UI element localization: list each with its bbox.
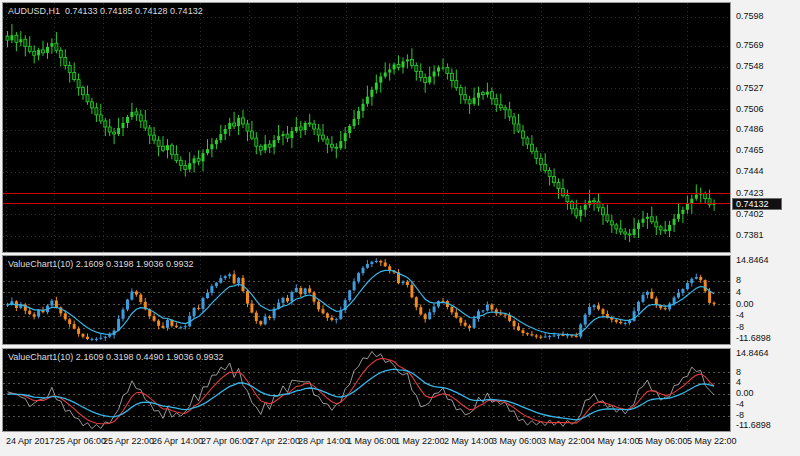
indicator2-axis-label: 0.00: [736, 389, 754, 398]
time-axis-label: 3 May 06:00: [492, 437, 542, 446]
price-axis-label: 0.7402: [736, 210, 764, 219]
time-axis-label: 5 May 06:00: [638, 437, 688, 446]
indicator2-axis-label: 14.8464: [736, 349, 769, 358]
chart-window: AUDUSD,H1 0.74133 0.74185 0.74128 0.7413…: [0, 0, 800, 456]
price-axis[interactable]: 0.75980.75690.75480.75270.75060.74860.74…: [731, 0, 800, 432]
price-chart-canvas[interactable]: [3, 3, 730, 252]
indicator1-axis-label: 8: [736, 276, 741, 285]
indicator1-canvas[interactable]: [3, 256, 730, 344]
bid-price-box: 0.74132: [732, 198, 782, 210]
price-axis-label: 0.7527: [736, 84, 764, 93]
price-axis-label: 0.7506: [736, 105, 764, 114]
indicator2-panel[interactable]: ValueChart1(10) 2.1609 0.3198 0.4490 1.9…: [2, 348, 731, 432]
time-axis-label: 2 May 14:00: [444, 437, 494, 446]
time-axis-label: 24 Apr 2017: [6, 437, 55, 446]
time-axis-label: 26 Apr 14:00: [152, 437, 203, 446]
indicator2-axis-label: -8: [736, 411, 744, 420]
indicator1-axis-label: -4: [736, 311, 744, 320]
indicator2-label: ValueChart1(10) 2.1609 0.3198 0.4490 1.9…: [8, 352, 224, 362]
indicator2-axis-label: 8: [736, 368, 741, 377]
indicator1-axis-label: 4: [736, 288, 741, 297]
time-axis-label: 1 May 06:00: [347, 437, 397, 446]
time-axis-label: 27 Apr 06:00: [201, 437, 252, 446]
indicator1-axis-label: 14.8464: [736, 256, 769, 265]
indicator1-label: ValueChart1(10) 2.1609 0.3198 1.9036 0.9…: [8, 259, 193, 269]
price-axis-label: 0.7444: [736, 167, 764, 176]
time-axis-label: 25 Apr 06:00: [55, 437, 106, 446]
indicator1-panel[interactable]: ValueChart1(10) 2.1609 0.3198 1.9036 0.9…: [2, 255, 731, 345]
price-axis-label: 0.7465: [736, 146, 764, 155]
symbol-ohlc-label: AUDUSD,H1 0.74133 0.74185 0.74128 0.7413…: [8, 6, 203, 16]
time-axis-label: 25 Apr 22:00: [103, 437, 154, 446]
price-axis-label: 0.7381: [736, 231, 764, 240]
price-axis-label: 0.7423: [736, 189, 764, 198]
indicator2-axis-label: 4: [736, 378, 741, 387]
main-chart-panel[interactable]: AUDUSD,H1 0.74133 0.74185 0.74128 0.7413…: [2, 2, 731, 253]
price-axis-label: 0.7486: [736, 125, 764, 134]
time-axis-label: 27 Apr 22:00: [249, 437, 300, 446]
time-axis[interactable]: 24 Apr 201725 Apr 06:0025 Apr 22:0026 Ap…: [0, 432, 800, 456]
indicator2-axis-label: -4: [736, 400, 744, 409]
time-axis-label: 3 May 22:00: [541, 437, 591, 446]
indicator1-axis-label: -11.6898: [736, 334, 771, 343]
time-axis-label: 5 May 22:00: [687, 437, 737, 446]
time-axis-label: 1 May 22:00: [395, 437, 445, 446]
price-axis-label: 0.7548: [736, 62, 764, 71]
indicator1-axis-label: -8: [736, 323, 744, 332]
indicator1-axis-label: 0.00: [736, 300, 754, 309]
time-axis-label: 28 Apr 14:00: [298, 437, 349, 446]
price-axis-label: 0.7598: [736, 12, 764, 21]
time-axis-label: 4 May 14:00: [590, 437, 640, 446]
indicator2-axis-label: -11.6898: [736, 421, 771, 430]
price-axis-label: 0.7569: [736, 41, 764, 50]
